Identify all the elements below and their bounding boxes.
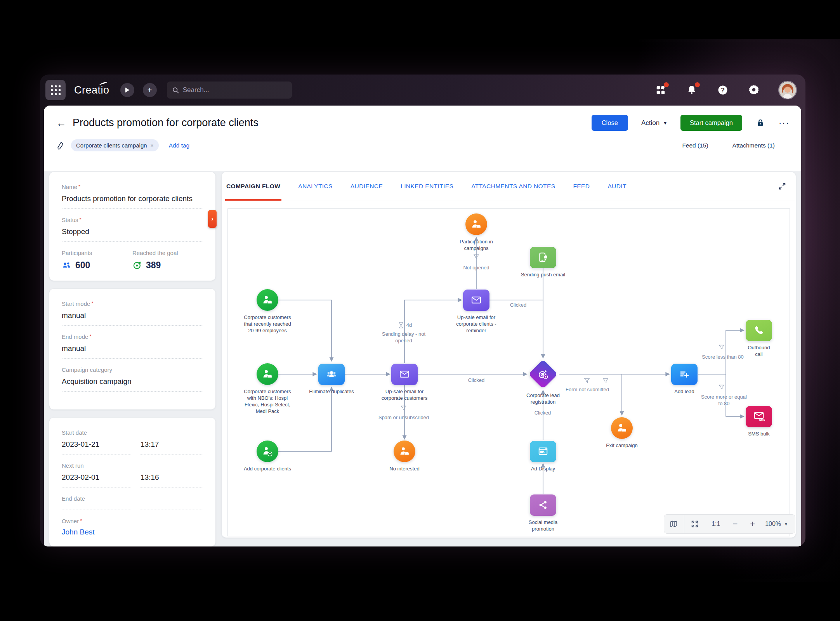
date-field: Start date2023-01-2113:17: [62, 429, 203, 462]
logo-swoosh-icon: [99, 82, 108, 86]
settings-gear-icon[interactable]: [747, 83, 760, 97]
flow-node-segment-nbo[interactable]: [257, 363, 278, 385]
field: Status*Stopped: [62, 217, 203, 242]
app-launcher-grid-icon[interactable]: [45, 80, 66, 100]
help-icon[interactable]: ?: [716, 83, 729, 97]
notification-dot: [664, 82, 669, 87]
field-label: Campaign category: [62, 366, 203, 373]
minimap-icon[interactable]: [664, 515, 684, 533]
date-field: End date: [62, 495, 203, 518]
search-input[interactable]: [183, 86, 286, 94]
flow-node-sending-push-email[interactable]: [530, 247, 556, 268]
app-window: Creatio +: [40, 75, 805, 546]
tab-audience[interactable]: AUDIENCE: [351, 172, 383, 201]
tab-feed[interactable]: FEED: [573, 172, 590, 201]
lock-icon[interactable]: [755, 118, 765, 128]
time-value[interactable]: 13:17: [141, 439, 203, 450]
tab-linked-entities[interactable]: LINKED ENTITIES: [401, 172, 453, 201]
search-box[interactable]: [167, 82, 292, 99]
field-label: Status*: [62, 217, 203, 223]
stat: Participants600: [62, 250, 132, 271]
field-label: End mode*: [62, 333, 203, 340]
zoom-in-button[interactable]: +: [744, 515, 761, 533]
field-card: Start mode*manualEnd mode*manualCampaign…: [49, 289, 215, 409]
action-dropdown[interactable]: Action ▼: [641, 119, 667, 127]
list-plus-icon: [678, 368, 691, 380]
record-fields-panel: Name*Products promotion for corporate cl…: [49, 172, 215, 546]
chevron-down-icon: ▼: [784, 522, 788, 526]
flow-node-add-lead[interactable]: [671, 364, 698, 385]
expand-panel-chevron-icon[interactable]: ›: [208, 210, 217, 228]
tab-compaign-flow[interactable]: COMPAIGN FLOW: [226, 172, 280, 201]
remove-tag-icon[interactable]: ×: [151, 142, 154, 149]
tag-label: Corporate clients campaign: [76, 142, 147, 149]
marketplace-icon[interactable]: [654, 83, 667, 97]
zoom-out-button[interactable]: −: [726, 515, 744, 533]
close-button[interactable]: Close: [592, 115, 628, 131]
share-icon: [537, 499, 549, 511]
fit-to-screen-icon[interactable]: [684, 515, 705, 533]
stat-value: 600: [75, 260, 90, 271]
owner-link[interactable]: John Best: [62, 528, 203, 536]
required-asterisk: *: [80, 217, 82, 222]
flow-node-participation-in-campaigns[interactable]: [465, 213, 487, 235]
actual-size-button[interactable]: 1:1: [705, 515, 726, 533]
tab-attachments-and-notes[interactable]: ATTACHMENTS AND NOTES: [471, 172, 555, 201]
add-tag-link[interactable]: Add tag: [169, 142, 189, 149]
flow-node-add-corporate-clients[interactable]: [257, 441, 278, 462]
page-title: Products promotion for corporate clients: [73, 117, 259, 129]
flow-node-eliminate-duplicates[interactable]: [318, 364, 345, 385]
stat: Reached the goal389: [132, 250, 203, 271]
notifications-bell-icon[interactable]: [685, 83, 698, 97]
start-campaign-button[interactable]: Start campaign: [680, 115, 742, 131]
date-value[interactable]: 2023-01-21: [62, 439, 130, 450]
sms-envelope-icon: SMS: [753, 410, 765, 423]
creatio-logo: Creatio: [74, 84, 112, 96]
screen: Creatio +: [0, 0, 840, 621]
field-value[interactable]: manual: [62, 310, 203, 321]
field-value[interactable]: Acquisition campaign: [62, 376, 203, 387]
flow-node-no-interested[interactable]: [394, 441, 415, 462]
zoom-level-dropdown[interactable]: 100% ▼: [761, 520, 795, 527]
avatar[interactable]: [778, 81, 797, 99]
time-value[interactable]: 13:16: [141, 472, 203, 483]
flow-node-outbound-call[interactable]: [746, 320, 772, 341]
attachments-link[interactable]: Attachments (1): [732, 142, 775, 149]
page-body: Name*Products promotion for corporate cl…: [44, 171, 801, 546]
flow-node-sms-bulk[interactable]: SMS: [746, 406, 772, 427]
field-card: Name*Products promotion for corporate cl…: [49, 172, 215, 281]
people-group-icon: [325, 368, 338, 380]
more-options-icon[interactable]: ···: [779, 118, 790, 128]
notification-dot: [695, 82, 700, 87]
field-value[interactable]: manual: [62, 343, 203, 354]
play-icon[interactable]: [120, 83, 134, 97]
phone-bell-icon: [537, 251, 549, 264]
tag-pill[interactable]: Corporate clients campaign ×: [71, 139, 159, 151]
back-arrow-icon[interactable]: ←: [56, 118, 66, 128]
flow-canvas[interactable]: Participation in campaignsSending push e…: [227, 208, 790, 536]
field-label: Next run: [62, 462, 203, 469]
expand-fullscreen-icon[interactable]: [778, 182, 786, 191]
flow-node-upsale-email-corporate[interactable]: [391, 364, 418, 385]
field-value[interactable]: Stopped: [62, 227, 203, 237]
person-folder-icon: [616, 422, 628, 434]
browser-cursor-icon: [537, 446, 549, 457]
tab-bar: COMPAIGN FLOWANALYTICSAUDIENCELINKED ENT…: [222, 172, 796, 201]
field-label: Name*: [62, 184, 203, 190]
zoom-level-value: 100%: [765, 520, 781, 527]
plus-icon[interactable]: +: [143, 83, 157, 97]
tab-analytics[interactable]: ANALYTICS: [298, 172, 333, 201]
tab-audit[interactable]: AUDIT: [607, 172, 627, 201]
flow-node-exit-campaign[interactable]: [611, 417, 633, 439]
flow-node-segment-recent-20-99[interactable]: [257, 289, 278, 311]
field-value[interactable]: Products promotion for corporate clients: [62, 194, 203, 204]
flow-node-ad-display[interactable]: [530, 441, 556, 462]
date-value[interactable]: 2023-02-01: [62, 472, 130, 483]
flow-node-upsale-email-reminder[interactable]: [463, 290, 489, 311]
flow-node-social-media-promotion[interactable]: [530, 494, 556, 516]
required-asterisk: *: [91, 300, 93, 306]
owner-field: Owner*John Best: [62, 518, 203, 536]
field-label: Start date: [62, 429, 203, 436]
tag-icon: [56, 141, 65, 150]
feed-link[interactable]: Feed (15): [682, 142, 708, 149]
